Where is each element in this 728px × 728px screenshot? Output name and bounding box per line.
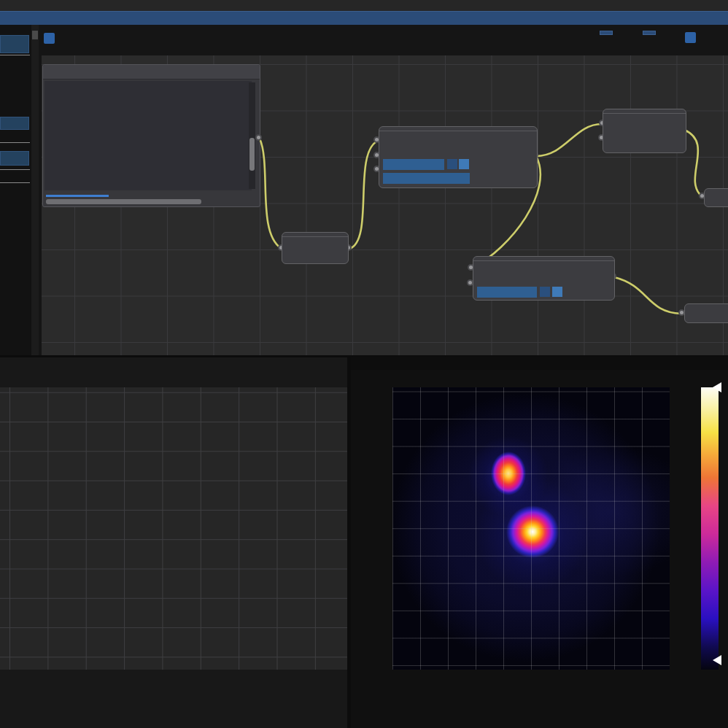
file-list-hscrollbar[interactable] [46, 199, 201, 204]
vscroll-thumb[interactable] [249, 138, 255, 171]
colorbar-bottom-marker[interactable] [713, 655, 721, 665]
node-title [282, 233, 348, 237]
file-list-header[interactable] [43, 65, 260, 80]
spectrum-pane [0, 357, 347, 728]
increment-button[interactable] [552, 287, 562, 297]
divider [0, 142, 30, 143]
node-title [705, 189, 728, 193]
sidebar-splitter[interactable] [31, 25, 39, 357]
int-value-field[interactable] [383, 159, 444, 170]
file-list[interactable] [44, 81, 252, 190]
node-open-fits[interactable] [282, 232, 349, 264]
int-value-field[interactable] [477, 287, 537, 298]
file-list-selection-underline [46, 195, 109, 197]
file-list-node[interactable] [42, 64, 260, 207]
heatmap-grid [392, 387, 670, 670]
node-fits-to-image[interactable] [379, 126, 538, 188]
left-sidebar [0, 25, 31, 357]
decrement-button[interactable] [540, 287, 550, 297]
node-title [685, 304, 728, 308]
show-connection-names-checkbox[interactable] [44, 33, 55, 44]
increment-button[interactable] [459, 159, 469, 169]
splitter-handle[interactable] [32, 31, 38, 39]
sidebar-button[interactable] [0, 151, 29, 166]
node-slice-one-frame[interactable] [473, 256, 615, 301]
divider [0, 169, 30, 170]
file-list-vscrollbar[interactable] [249, 82, 255, 189]
output-window-header[interactable] [351, 357, 728, 370]
divider [0, 55, 30, 55]
divider [0, 182, 30, 183]
node-title [473, 257, 614, 261]
spectrum-line-svg [0, 357, 347, 693]
desktop-strip [0, 0, 728, 11]
node-output2[interactable] [684, 303, 728, 323]
node-output1[interactable] [704, 188, 728, 207]
colorbar[interactable] [701, 387, 719, 670]
application-window [0, 0, 728, 728]
port-panel-path-out[interactable] [255, 134, 262, 141]
sidebar-button[interactable] [0, 35, 29, 53]
sidebar-button[interactable] [0, 117, 29, 130]
node-extract-wave[interactable] [603, 109, 686, 153]
export-button[interactable] [643, 31, 656, 35]
window-titlebar[interactable] [0, 11, 728, 25]
show-grid-checkbox[interactable] [685, 32, 696, 43]
string-value-field[interactable] [383, 173, 470, 184]
colorbar-top-marker[interactable] [713, 382, 721, 392]
decrement-button[interactable] [447, 159, 457, 169]
import-button[interactable] [600, 31, 613, 35]
node-title [603, 109, 686, 114]
image-viewer-pane [351, 357, 728, 728]
node-title [379, 127, 537, 131]
